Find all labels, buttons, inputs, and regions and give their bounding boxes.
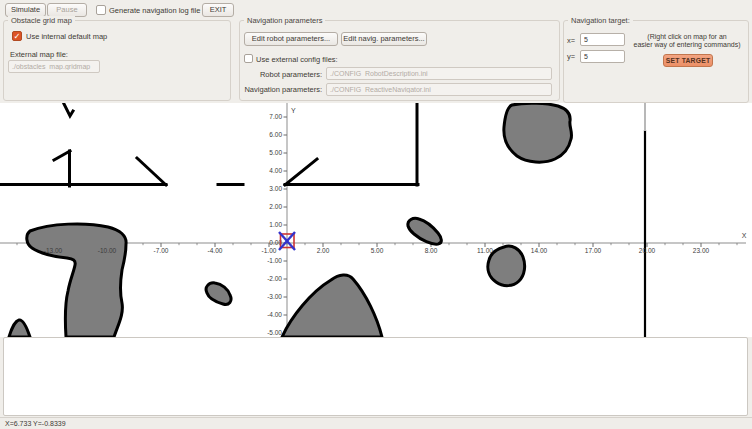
map-canvas[interactable]: -13.00-10.00-7.00-4.00-1.002.005.008.001… bbox=[0, 103, 752, 337]
x-tick-label: 17.00 bbox=[585, 247, 602, 254]
x-tick-label: 23.00 bbox=[693, 247, 710, 254]
wall-line bbox=[285, 159, 317, 185]
use-internal-map-checkbox[interactable] bbox=[12, 31, 22, 41]
obstacle-blob bbox=[206, 283, 231, 305]
simulate-button[interactable]: Simulate bbox=[5, 3, 46, 17]
obstacle-blob bbox=[282, 275, 382, 337]
wall-line bbox=[137, 158, 166, 185]
x-tick-label: 14.00 bbox=[531, 247, 548, 254]
target-y-label: y= bbox=[567, 52, 575, 61]
y-tick-label: 4.00 bbox=[269, 167, 282, 174]
y-tick-label: -5.00 bbox=[267, 329, 282, 336]
obstacle-blob bbox=[408, 218, 441, 244]
y-tick-label: 2.00 bbox=[269, 203, 282, 210]
status-bar: X=6.733 Y=-0.8339 bbox=[0, 417, 752, 429]
robot-parameters-field[interactable] bbox=[326, 67, 552, 80]
use-external-config-label: Use external config files: bbox=[256, 55, 338, 64]
map-right-click-hint: (Right click on map for an easier way of… bbox=[627, 33, 747, 49]
y-tick-label: -1.00 bbox=[267, 257, 282, 264]
x-tick-label: -7.00 bbox=[154, 247, 169, 254]
y-tick-label: 1.00 bbox=[269, 221, 282, 228]
external-map-file-field[interactable] bbox=[8, 60, 100, 73]
y-tick-label: 7.00 bbox=[269, 113, 282, 120]
x-tick-label: 8.00 bbox=[425, 247, 438, 254]
navigation-target-title: Navigation target: bbox=[568, 16, 633, 25]
hint-line-1: (Right click on map for an bbox=[647, 33, 726, 40]
y-axis-title: Y bbox=[291, 107, 296, 114]
edit-navig-parameters-button[interactable]: Edit navig. parameters... bbox=[341, 32, 427, 46]
external-map-file-label: External map file: bbox=[10, 50, 68, 59]
app-window: Simulate Pause Generate navigation log f… bbox=[0, 0, 752, 429]
use-internal-map-label: Use internal default map bbox=[26, 32, 107, 41]
hint-line-2: easier way of entering commands) bbox=[634, 41, 741, 48]
obstacle-blob bbox=[27, 224, 126, 337]
exit-button[interactable]: EXIT bbox=[202, 3, 234, 17]
x-tick-label: 2.00 bbox=[317, 247, 330, 254]
pause-button[interactable]: Pause bbox=[47, 3, 87, 17]
robot-parameters-label: Robot parameters: bbox=[240, 70, 322, 79]
obstacle-blob bbox=[9, 320, 30, 337]
x-tick-label: -10.00 bbox=[98, 247, 117, 254]
generate-log-label: Generate navigation log file bbox=[109, 6, 200, 15]
obstacle-blob bbox=[504, 103, 572, 162]
x-tick-label: 5.00 bbox=[371, 247, 384, 254]
target-x-field[interactable] bbox=[580, 33, 625, 46]
navigation-parameters-title: Navigation parameters bbox=[244, 16, 325, 25]
cursor-coordinates: X=6.733 Y=-0.8339 bbox=[5, 420, 66, 427]
y-tick-label: -2.00 bbox=[267, 275, 282, 282]
x-tick-label: 20.00 bbox=[639, 247, 656, 254]
x-tick-label: -13.00 bbox=[44, 247, 63, 254]
edit-robot-parameters-button[interactable]: Edit robot parameters... bbox=[244, 32, 338, 46]
use-external-config-checkbox[interactable] bbox=[244, 54, 253, 63]
y-tick-label: -4.00 bbox=[267, 311, 282, 318]
x-axis-title: X bbox=[742, 232, 747, 239]
navigation-parameters-label: Navigation parameters: bbox=[240, 85, 322, 94]
navigation-parameters-field[interactable] bbox=[326, 83, 552, 96]
generate-log-checkbox[interactable] bbox=[96, 5, 106, 15]
obstacle-grid-map-title: Obstacle grid map bbox=[8, 16, 75, 25]
x-tick-label: -4.00 bbox=[208, 247, 223, 254]
y-tick-label: -3.00 bbox=[267, 293, 282, 300]
target-y-field[interactable] bbox=[580, 50, 625, 63]
x-tick-label: -1.00 bbox=[262, 247, 277, 254]
y-tick-label: 3.00 bbox=[269, 185, 282, 192]
log-panel bbox=[3, 337, 748, 416]
wall-line bbox=[54, 151, 70, 160]
y-tick-label: 6.00 bbox=[269, 131, 282, 138]
wall-line bbox=[64, 104, 73, 116]
y-tick-label: 5.00 bbox=[269, 149, 282, 156]
set-target-button[interactable]: SET TARGET bbox=[663, 54, 713, 67]
target-x-label: x= bbox=[567, 36, 575, 45]
obstacle-blob bbox=[488, 246, 525, 286]
map-view[interactable]: -13.00-10.00-7.00-4.00-1.002.005.008.001… bbox=[0, 103, 752, 337]
x-tick-label: 11.00 bbox=[477, 247, 493, 254]
